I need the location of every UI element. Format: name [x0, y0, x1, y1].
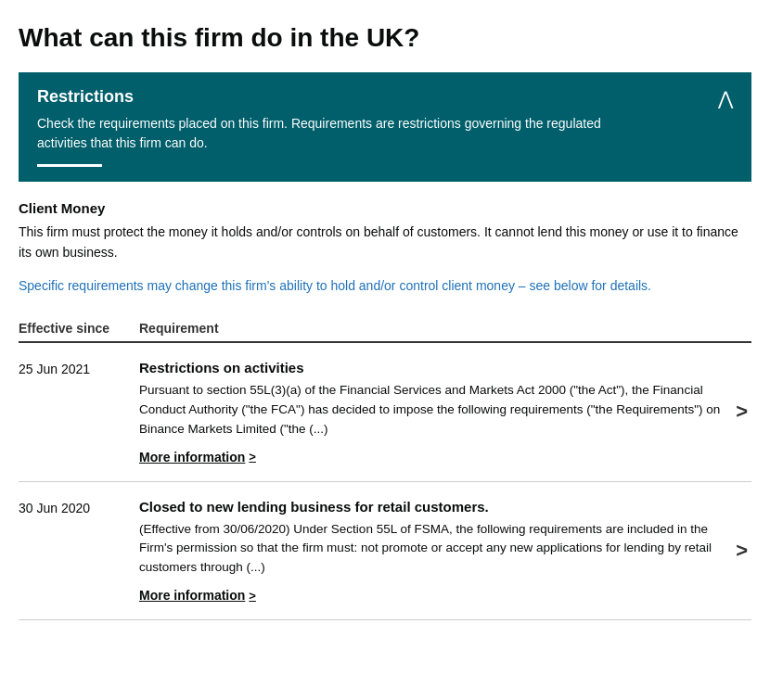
row-requirement-desc: Pursuant to section 55L(3)(a) of the Fin…	[139, 381, 724, 439]
row-expand-icon[interactable]: >	[736, 400, 748, 424]
row-content: Restrictions on activities Pursuant to s…	[139, 360, 751, 465]
row-date: 25 Jun 2021	[19, 360, 139, 376]
page-title: What can this firm do in the UK?	[19, 22, 751, 54]
client-money-title: Client Money	[19, 200, 751, 216]
table-header: Effective since Requirement	[19, 313, 751, 343]
chevron-right-small-icon: >	[249, 450, 256, 464]
chevron-right-small-icon: >	[249, 589, 256, 603]
panel-title: Restrictions	[37, 87, 733, 107]
col-requirement-header: Requirement	[139, 321, 219, 336]
collapse-panel-button[interactable]: ⋀	[718, 87, 733, 109]
more-info-link[interactable]: More information >	[139, 588, 256, 603]
requirements-table: 25 Jun 2021 Restrictions on activities P…	[19, 343, 751, 621]
client-money-text: This firm must protect the money it hold…	[19, 222, 751, 263]
panel-description: Check the requirements placed on this fi…	[37, 114, 640, 153]
row-requirement-desc: (Effective from 30/06/2020) Under Sectio…	[139, 520, 724, 579]
more-info-link[interactable]: More information >	[139, 450, 256, 465]
row-content: Closed to new lending business for retai…	[139, 499, 751, 604]
row-requirement-title: Restrictions on activities	[139, 360, 724, 375]
panel-underline	[37, 164, 102, 167]
table-row[interactable]: 25 Jun 2021 Restrictions on activities P…	[19, 343, 751, 482]
row-requirement-title: Closed to new lending business for retai…	[139, 499, 724, 515]
table-row[interactable]: 30 Jun 2020 Closed to new lending busine…	[19, 482, 751, 621]
row-date: 30 Jun 2020	[19, 499, 139, 515]
col-effective-since-header: Effective since	[19, 321, 139, 336]
restrictions-panel: Restrictions Check the requirements plac…	[19, 72, 751, 182]
row-expand-icon[interactable]: >	[736, 539, 748, 563]
specific-requirements-text: Specific requirements may change this fi…	[19, 275, 751, 296]
client-money-section: Client Money This firm must protect the …	[19, 200, 751, 297]
